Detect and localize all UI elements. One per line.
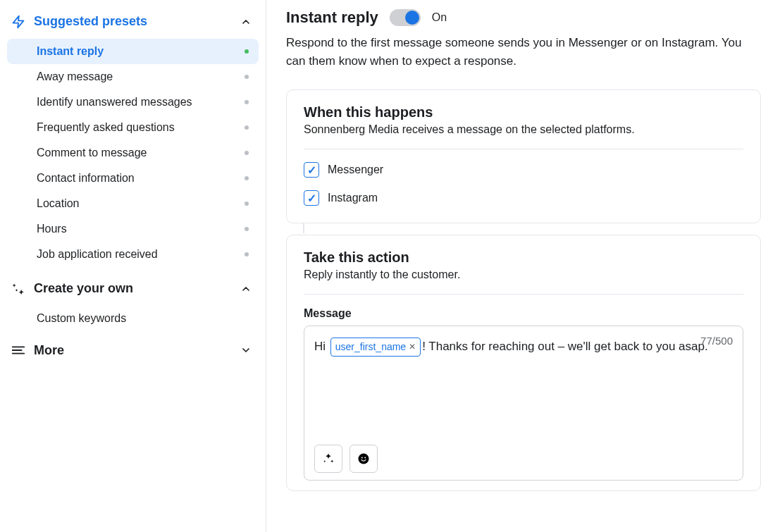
main-content: Instant reply On Respond to the first me… (266, 0, 761, 532)
presets-header[interactable]: Suggested presets (0, 7, 266, 39)
smiley-icon (357, 452, 370, 465)
sidebar-item-unanswered[interactable]: Identify unanswered messages (0, 89, 266, 115)
sidebar-item-label: Custom keywords (37, 312, 126, 325)
connector-line (303, 223, 304, 233)
sidebar-item-label: Comment to message (37, 147, 147, 159)
more-header[interactable]: More (0, 335, 266, 368)
sparkle-icon (322, 452, 335, 465)
status-dot-icon (245, 202, 249, 206)
sidebar-item-label: Away message (37, 70, 113, 83)
status-dot-icon (245, 176, 249, 180)
more-title: More (34, 343, 240, 358)
message-label: Message (304, 307, 743, 320)
page-header: Instant reply On (286, 8, 761, 27)
sidebar-item-job-app[interactable]: Job application received (0, 242, 266, 267)
chevron-up-icon (240, 283, 252, 295)
sidebar-item-comment[interactable]: Comment to message (0, 140, 266, 166)
status-dot-icon (245, 49, 249, 54)
create-title: Create your own (34, 281, 240, 296)
message-text[interactable]: Hi user_first_name✕! Thanks for reaching… (314, 336, 733, 439)
sidebar-item-label: Hours (37, 223, 67, 235)
menu-icon (10, 342, 27, 358)
sidebar-item-faq[interactable]: Frequently asked questions (0, 115, 266, 140)
create-header[interactable]: Create your own (0, 274, 266, 306)
message-editor[interactable]: 77/500 Hi user_first_name✕! Thanks for r… (304, 326, 743, 481)
when-card: When this happens Sonnenberg Media recei… (286, 89, 761, 223)
sidebar-item-label: Instant reply (37, 45, 104, 58)
message-suffix: ! Thanks for reaching out – we'll get ba… (422, 340, 708, 353)
action-title: Take this action (304, 249, 743, 266)
lightning-icon (10, 15, 27, 29)
sidebar-item-label: Job application received (37, 248, 158, 261)
status-dot-icon (245, 125, 249, 130)
sidebar-item-label: Contact information (37, 172, 135, 185)
when-title: When this happens (304, 104, 743, 120)
variable-token[interactable]: user_first_name✕ (330, 338, 421, 357)
char-counter: 77/500 (700, 335, 733, 347)
svg-point-4 (359, 454, 369, 464)
svg-point-5 (361, 457, 363, 459)
sidebar-item-label: Identify unanswered messages (37, 96, 192, 109)
sidebar-item-instant-reply[interactable]: Instant reply (7, 39, 259, 64)
sidebar-item-label: Location (37, 197, 80, 210)
messenger-checkbox[interactable]: ✓ (304, 162, 319, 178)
sidebar-item-custom-keywords[interactable]: Custom keywords (0, 306, 266, 331)
sidebar-item-hours[interactable]: Hours (0, 216, 266, 242)
token-remove-icon[interactable]: ✕ (409, 340, 416, 355)
sidebar-item-contact[interactable]: Contact information (0, 166, 266, 191)
create-list: Custom keywords (0, 306, 266, 331)
token-label: user_first_name (335, 338, 406, 356)
sidebar: Suggested presets Instant reply Away mes… (0, 0, 266, 532)
check-icon: ✓ (307, 192, 316, 205)
platform-row-messenger: ✓ Messenger (304, 162, 743, 178)
instant-reply-toggle[interactable] (390, 9, 421, 26)
chevron-up-icon (240, 16, 252, 27)
page-subtitle: Respond to the first message someone sen… (286, 34, 761, 70)
emoji-button[interactable] (349, 445, 378, 473)
when-subtitle: Sonnenberg Media receives a message on t… (304, 123, 743, 136)
sparkle-icon (10, 282, 27, 296)
status-dot-icon (245, 75, 249, 79)
sidebar-item-label: Frequently asked questions (37, 121, 175, 134)
svg-marker-0 (13, 16, 24, 27)
insert-variable-button[interactable] (314, 445, 342, 473)
status-dot-icon (245, 227, 249, 231)
action-card: Take this action Reply instantly to the … (286, 235, 761, 491)
action-subtitle: Reply instantly to the customer. (304, 268, 743, 281)
toggle-state-label: On (432, 11, 447, 24)
preset-list: Instant reply Away message Identify unan… (0, 39, 266, 267)
status-dot-icon (245, 100, 249, 104)
platform-label: Messenger (328, 163, 383, 176)
page-title: Instant reply (286, 8, 378, 27)
check-icon: ✓ (307, 163, 316, 177)
status-dot-icon (245, 252, 249, 256)
platform-row-instagram: ✓ Instagram (304, 190, 743, 206)
chevron-down-icon (240, 345, 252, 356)
presets-title: Suggested presets (34, 14, 240, 29)
divider (304, 149, 743, 149)
instagram-checkbox[interactable]: ✓ (304, 190, 319, 206)
svg-point-6 (364, 457, 366, 459)
message-toolbar (314, 445, 733, 473)
sidebar-item-location[interactable]: Location (0, 191, 266, 216)
status-dot-icon (245, 151, 249, 155)
divider (304, 294, 743, 295)
platform-label: Instagram (328, 192, 378, 204)
message-prefix: Hi (314, 340, 329, 353)
sidebar-item-away-message[interactable]: Away message (0, 64, 266, 89)
